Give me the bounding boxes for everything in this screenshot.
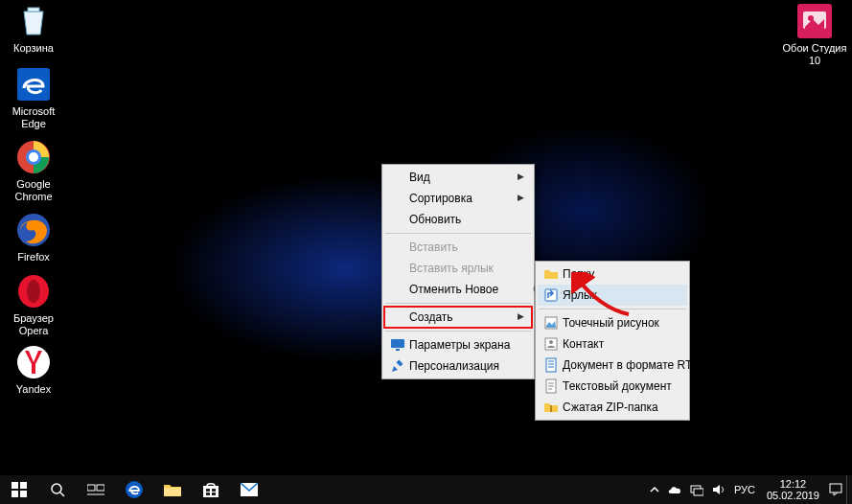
desktop-icon-label: Обои Студия 10 [781,42,848,67]
svg-rect-46 [694,489,703,495]
menu-item-label: Контакт [563,337,604,351]
tray-time: 12:12 [767,478,819,490]
menu-item-create[interactable]: Создать [384,307,532,328]
menu-item-label: Папку [563,267,594,281]
submenu-item-shortcut[interactable]: Ярлык [538,285,687,306]
menu-item-undo[interactable]: Отменить НовоеCTRL+Z [384,279,532,300]
menu-item-display-settings[interactable]: Параметры экрана [384,334,532,355]
menu-item-label: Создать [409,310,453,324]
desktop-context-menu: Вид Сортировка Обновить Вставить Вставит… [381,164,535,379]
submenu-item-zip[interactable]: Сжатая ZIP-папка [538,397,687,418]
menu-separator [385,233,531,234]
menu-item-label: Параметры экрана [409,338,510,352]
menu-item-sort[interactable]: Сортировка [384,188,532,209]
desktop-icon-opera[interactable]: Браузер Opera [0,272,67,337]
tray-language-label: РУС [734,484,755,495]
text-icon [543,378,559,394]
taskbar-app-edge[interactable] [115,475,153,504]
menu-item-label: Документ в формате RTF [563,358,700,372]
svg-rect-19 [546,358,556,372]
desktop-icon-label: Браузер Opera [0,312,67,337]
svg-rect-0 [28,8,39,11]
shortcut-icon [543,287,559,303]
menu-separator [539,309,686,309]
svg-point-7 [27,280,40,303]
tray-action-center-icon[interactable] [825,475,846,504]
recycle-bin-icon [14,2,53,40]
taskbar-app-mail[interactable] [230,475,268,504]
menu-separator [385,331,531,332]
desktop-icon-label: Microsoft Edge [0,105,67,130]
tray-clock[interactable]: 12:12 05.02.2019 [761,478,825,501]
system-tray: РУС 12:12 05.02.2019 [644,475,852,504]
svg-point-18 [549,340,553,344]
menu-item-label: Сжатая ZIP-папка [563,401,658,414]
submenu-item-bitmap[interactable]: Точечный рисунок [538,312,687,333]
svg-rect-38 [164,488,181,496]
menu-item-paste-shortcut: Вставить ярлык [384,258,532,279]
submenu-item-rtf[interactable]: Документ в формате RTF [538,355,687,376]
svg-line-33 [60,493,64,496]
svg-rect-29 [20,482,27,489]
svg-rect-34 [87,485,95,491]
svg-rect-40 [206,489,210,492]
svg-rect-31 [20,491,27,497]
tray-language[interactable]: РУС [728,484,761,495]
desktop-icon-label: Firefox [0,251,67,263]
start-button[interactable] [0,475,38,504]
rtf-icon [543,357,559,373]
submenu-item-contact[interactable]: Контакт [538,333,687,355]
menu-item-label: Вставить ярлык [409,262,494,275]
desktop-icon-firefox[interactable]: Firefox [0,211,67,263]
svg-rect-28 [12,482,18,489]
svg-rect-47 [830,484,841,493]
taskbar-app-explorer[interactable] [153,475,192,504]
tray-network-icon[interactable] [686,475,707,504]
taskbar-app-store[interactable] [192,475,230,504]
svg-point-37 [126,481,143,498]
desktop-icon-label: Корзина [0,42,67,55]
submenu-item-text[interactable]: Текстовый документ [538,376,687,397]
svg-rect-12 [391,339,404,348]
tray-date: 05.02.2019 [767,490,819,501]
menu-item-personalize[interactable]: Персонализация [384,355,532,377]
menu-item-label: Вставить [409,241,458,254]
zip-icon [543,400,559,415]
svg-rect-42 [206,493,210,495]
tray-chevron-up-icon[interactable] [644,475,665,504]
desktop-icon-recycle-bin[interactable]: Корзина [0,2,67,55]
contact-icon [543,336,559,352]
display-icon [390,337,405,353]
search-button[interactable] [38,475,77,504]
menu-item-label: Сортировка [409,192,472,205]
svg-rect-39 [203,486,219,497]
yandex-icon [14,343,53,381]
menu-item-label: Текстовый документ [563,379,672,393]
menu-item-label: Точечный рисунок [563,316,659,330]
svg-rect-14 [396,359,403,366]
chrome-icon [14,138,53,176]
show-desktop-button[interactable] [846,475,852,504]
desktop-icon-label: Yandex [0,383,67,396]
svg-rect-41 [212,489,216,492]
svg-rect-1 [17,68,50,101]
svg-rect-43 [212,493,216,495]
folder-icon [543,266,559,282]
menu-item-paste: Вставить [384,237,532,258]
opera-icon [14,272,53,310]
taskbar: РУС 12:12 05.02.2019 [0,475,852,504]
menu-item-refresh[interactable]: Обновить [384,209,532,230]
svg-point-4 [29,152,38,162]
desktop-icon-label: Google Chrome [0,178,67,203]
tray-volume-icon[interactable] [707,475,728,504]
personalize-icon [390,358,405,374]
desktop-icon-oboi-studio[interactable]: Обои Студия 10 [781,2,848,67]
submenu-item-folder[interactable]: Папку [538,263,687,285]
desktop-icon-edge[interactable]: Microsoft Edge [0,65,67,130]
menu-item-view[interactable]: Вид [384,167,532,188]
task-view-button[interactable] [77,475,115,504]
desktop-icon-chrome[interactable]: Google Chrome [0,138,67,203]
menu-item-label: Отменить Новое [409,283,498,296]
desktop-icon-yandex[interactable]: Yandex [0,343,67,396]
tray-onedrive-icon[interactable] [665,475,686,504]
